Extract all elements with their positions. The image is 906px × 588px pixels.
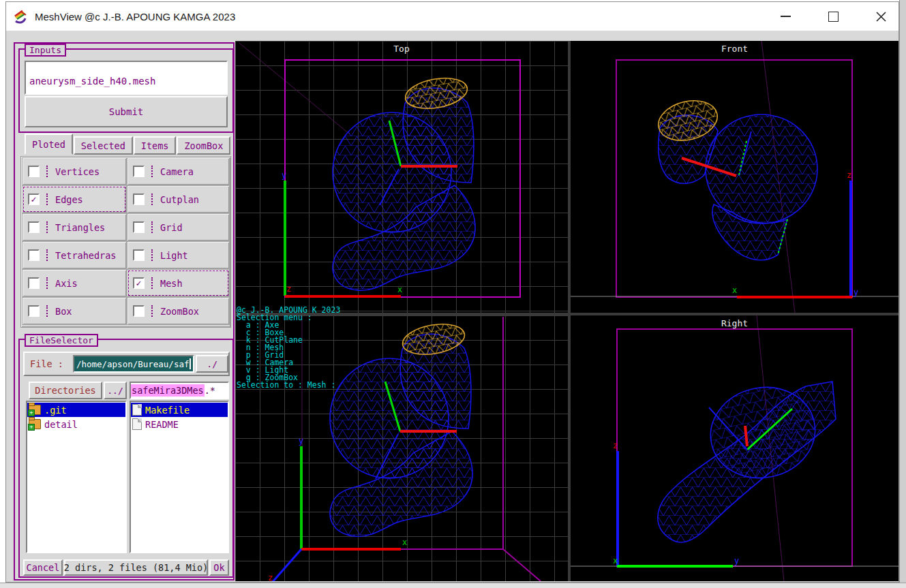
- close-icon: [876, 12, 886, 22]
- directory-list: .gitdetail: [26, 401, 127, 553]
- checkbox-label: Light: [160, 250, 188, 261]
- drag-handle-icon: [46, 249, 49, 261]
- checkbox-label: Vertices: [55, 166, 100, 177]
- drag-handle-icon: [46, 305, 49, 317]
- mesh-filename-value: aneurysm_side_h40.mesh: [29, 76, 155, 87]
- checkbox-label: Edges: [55, 194, 83, 205]
- axis-label-x: x: [402, 538, 407, 547]
- drag-handle-icon: [46, 277, 49, 289]
- file-path-input[interactable]: /home/apson/Bureau/saf: [73, 355, 194, 373]
- file-icon: [132, 418, 142, 430]
- checkbox-icon[interactable]: [133, 221, 145, 233]
- viewport-shape: [239, 43, 350, 134]
- checkbox-icon[interactable]: [133, 166, 145, 177]
- mesh-filename-input[interactable]: aneurysm_side_h40.mesh: [25, 61, 228, 95]
- cancel-button[interactable]: Cancel: [23, 559, 63, 576]
- checkbox-cutplan[interactable]: Cutplan: [127, 185, 230, 213]
- file-path-row: File : /home/apson/Bureau/saf ./: [23, 352, 230, 376]
- axis-label-x: x: [613, 556, 618, 566]
- tab-items[interactable]: Items: [134, 136, 177, 155]
- checkbox-label: Camera: [160, 166, 194, 177]
- file-item-label: Makefile: [145, 405, 190, 416]
- maximize-button[interactable]: [826, 9, 841, 24]
- viewport-shape: [706, 114, 817, 223]
- inputs-group-label: Inputs: [25, 44, 66, 57]
- checkbox-icon[interactable]: [28, 249, 40, 261]
- tab-selected[interactable]: Selected: [74, 136, 133, 155]
- app-icon: [13, 8, 29, 25]
- file-item-makefile[interactable]: Makefile: [131, 403, 228, 417]
- file-list: MakefileREADME: [130, 401, 229, 553]
- close-button[interactable]: [873, 9, 888, 24]
- checkbox-zoombox[interactable]: ZoomBox: [127, 297, 230, 325]
- minimize-icon: [781, 16, 791, 17]
- checkbox-label: Mesh: [160, 278, 183, 289]
- axis-label-z: z: [847, 170, 851, 180]
- checkbox-label: Grid: [160, 222, 183, 233]
- directories-button[interactable]: Directories: [29, 382, 102, 399]
- directory-item-label: .git: [44, 405, 67, 416]
- minimize-button[interactable]: [778, 9, 793, 24]
- file-path-button[interactable]: ./: [196, 355, 228, 373]
- meshview-app: MeshView @c J.-B. APOUNG KAMGA 2023 Inpu…: [0, 0, 906, 588]
- directory-item-detail[interactable]: detail: [27, 417, 125, 431]
- checkbox-icon[interactable]: [133, 305, 145, 317]
- checkbox-icon[interactable]: [133, 194, 145, 205]
- drag-handle-icon: [46, 166, 49, 177]
- viewport-perspective[interactable]: yxz@c J.-B. APOUNG K 2023 Selection menu…: [235, 315, 568, 581]
- file-path-value: /home/apson/Bureau/saf: [76, 359, 190, 369]
- checkbox-icon[interactable]: [28, 221, 40, 233]
- file-filter-input[interactable]: safeMira3DMes.*: [130, 382, 229, 399]
- checkbox-light[interactable]: Light: [127, 241, 230, 269]
- viewport-canvas: zxy: [571, 41, 899, 313]
- directory-item-git[interactable]: .git: [27, 403, 125, 417]
- file-label: File :: [30, 358, 69, 369]
- plot-options-grid: VerticesCamera✓EdgesCutplanTrianglesGrid…: [20, 156, 231, 328]
- viewport-top[interactable]: Topyzx: [235, 41, 568, 313]
- parent-directory-button[interactable]: ../: [104, 382, 127, 399]
- ok-button[interactable]: Ok: [209, 559, 229, 576]
- checkbox-label: ZoomBox: [160, 306, 199, 317]
- checkbox-icon[interactable]: [28, 305, 40, 317]
- checkbox-mesh[interactable]: ✓Mesh: [127, 269, 230, 297]
- selection-menu-overlay: @c J.-B. APOUNG K 2023 Selection menu : …: [237, 307, 340, 389]
- drag-handle-icon: [151, 221, 154, 233]
- checkbox-tetrahedras[interactable]: Tetrahedras: [22, 241, 127, 269]
- checkbox-checked-icon[interactable]: ✓: [28, 194, 40, 205]
- checkbox-icon[interactable]: [133, 249, 145, 261]
- checkbox-triangles[interactable]: Triangles: [22, 213, 127, 241]
- title-bar[interactable]: MeshView @c J.-B. APOUNG KAMGA 2023: [6, 2, 899, 31]
- folder-icon: [29, 405, 41, 415]
- axis-label-x: x: [397, 285, 402, 294]
- checkbox-camera[interactable]: Camera: [127, 157, 230, 185]
- background-window-edge-bottom: [0, 583, 906, 588]
- fileselector-group-label: FileSelector: [25, 334, 98, 347]
- drag-handle-icon: [151, 166, 154, 177]
- viewport-right[interactable]: Rightzxy: [571, 315, 899, 581]
- checkbox-checked-icon[interactable]: ✓: [133, 277, 145, 289]
- tab-bar: PlotedSelectedItemsZoomBox: [25, 134, 231, 155]
- axis-label-y: y: [854, 288, 858, 297]
- axis-label-z: z: [613, 441, 618, 450]
- checkbox-box[interactable]: Box: [22, 297, 127, 325]
- viewport-canvas: zxy: [571, 315, 899, 581]
- tab-ploted[interactable]: Ploted: [25, 134, 73, 155]
- checkbox-edges[interactable]: ✓Edges: [22, 185, 127, 213]
- axis-label-y: y: [734, 556, 739, 566]
- filter-selected-text: safeMira3DMes: [131, 384, 205, 397]
- checkbox-axis[interactable]: Axis: [22, 269, 127, 297]
- checkbox-label: Box: [55, 306, 72, 317]
- text-cursor: [190, 358, 191, 369]
- axis-label-y: y: [299, 436, 303, 446]
- checkbox-icon[interactable]: [28, 277, 40, 289]
- window-title: MeshView @c J.-B. APOUNG KAMGA 2023: [35, 11, 235, 22]
- checkbox-label: Cutplan: [160, 194, 199, 205]
- checkbox-grid[interactable]: Grid: [127, 213, 230, 241]
- filter-suffix: .*: [205, 385, 215, 396]
- submit-button[interactable]: Submit: [25, 96, 228, 127]
- checkbox-vertices[interactable]: Vertices: [22, 157, 127, 185]
- file-item-readme[interactable]: README: [131, 417, 228, 431]
- checkbox-icon[interactable]: [28, 166, 40, 177]
- viewport-front[interactable]: Frontzxy: [571, 41, 899, 313]
- tab-zoombox[interactable]: ZoomBox: [177, 136, 230, 155]
